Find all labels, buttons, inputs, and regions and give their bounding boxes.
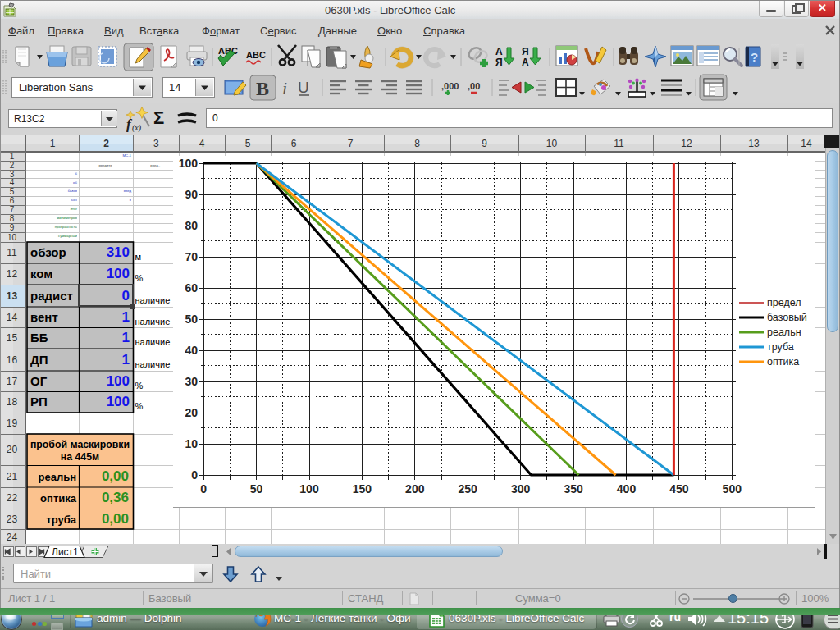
svg-text:ABC: ABC xyxy=(246,50,266,60)
svg-text:B: B xyxy=(256,78,269,99)
svg-text:А: А xyxy=(495,46,503,57)
svg-text:Я: Я xyxy=(495,57,503,68)
svg-text:?: ? xyxy=(751,50,758,64)
svg-text:Я: Я xyxy=(522,46,529,57)
svg-text:,00: ,00 xyxy=(468,81,480,91)
svg-text:,000: ,000 xyxy=(441,81,459,91)
svg-text:i: i xyxy=(282,78,287,98)
svg-text:(x): (x) xyxy=(132,123,142,132)
svg-text:А: А xyxy=(522,57,529,68)
svg-text:U: U xyxy=(298,79,309,96)
